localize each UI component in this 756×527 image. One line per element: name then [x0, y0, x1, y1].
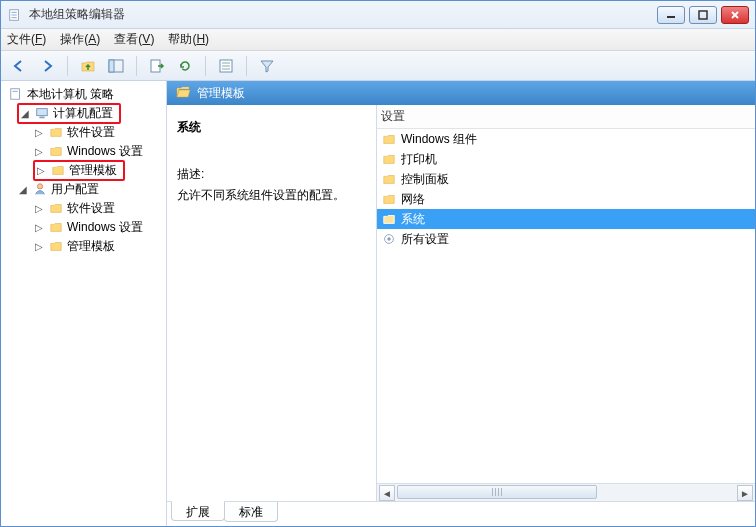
tree-root[interactable]: 本地计算机 策略 — [3, 85, 164, 103]
scroll-right-button[interactable]: ► — [737, 485, 753, 501]
list-item[interactable]: 所有设置 — [377, 229, 755, 249]
expander-icon[interactable]: ▷ — [33, 127, 45, 138]
menu-help[interactable]: 帮助(H) — [168, 31, 209, 48]
menu-file[interactable]: 文件(F) — [7, 31, 46, 48]
expander-icon[interactable]: ◢ — [17, 184, 29, 195]
minimize-button[interactable] — [657, 6, 685, 24]
folder-icon — [48, 238, 64, 254]
tree-computer-config[interactable]: ◢ 计算机配置 — [3, 104, 164, 122]
tree-label: 软件设置 — [67, 200, 115, 217]
content-header: 管理模板 — [167, 81, 755, 105]
svg-point-19 — [37, 184, 42, 189]
tab-standard[interactable]: 标准 — [224, 502, 278, 522]
folder-icon — [381, 211, 397, 227]
folder-icon — [48, 143, 64, 159]
tree-label: 用户配置 — [51, 181, 99, 198]
svg-rect-18 — [39, 117, 44, 119]
folder-icon — [381, 171, 397, 187]
folder-icon — [48, 200, 64, 216]
toolbar-separator — [136, 56, 137, 76]
main-area: 本地计算机 策略 ◢ 计算机配置 ▷ 软件设置 ▷ Windows 设置 ▷ 管… — [1, 81, 755, 526]
app-icon — [7, 7, 23, 23]
list-item[interactable]: 网络 — [377, 189, 755, 209]
toolbar-separator — [246, 56, 247, 76]
list-item[interactable]: Windows 组件 — [377, 129, 755, 149]
folder-open-icon — [175, 84, 191, 103]
desc-body: 允许不同系统组件设置的配置。 — [177, 187, 366, 204]
list-item-label: 控制面板 — [401, 171, 449, 188]
menu-action[interactable]: 操作(A) — [60, 31, 100, 48]
up-button[interactable] — [76, 54, 100, 78]
list-item-label: Windows 组件 — [401, 131, 477, 148]
tree-label: 计算机配置 — [53, 105, 113, 122]
policy-icon — [8, 86, 24, 102]
list-item[interactable]: 打印机 — [377, 149, 755, 169]
tree-label: 软件设置 — [67, 124, 115, 141]
settings-icon — [381, 231, 397, 247]
svg-rect-5 — [699, 11, 707, 19]
show-hide-tree-button[interactable] — [104, 54, 128, 78]
nav-tree: 本地计算机 策略 ◢ 计算机配置 ▷ 软件设置 ▷ Windows 设置 ▷ 管… — [1, 81, 167, 526]
desc-title: 系统 — [177, 119, 366, 136]
forward-button[interactable] — [35, 54, 59, 78]
tree-user-templates[interactable]: ▷ 管理模板 — [3, 237, 164, 255]
tree-user-config[interactable]: ◢ 用户配置 — [3, 180, 164, 198]
maximize-button[interactable] — [689, 6, 717, 24]
folder-icon — [381, 131, 397, 147]
svg-rect-9 — [109, 60, 114, 72]
tree-user-software[interactable]: ▷ 软件设置 — [3, 199, 164, 217]
folder-icon — [381, 151, 397, 167]
svg-rect-17 — [37, 109, 48, 116]
expander-icon[interactable]: ▷ — [33, 222, 45, 233]
tree-label: 管理模板 — [67, 238, 115, 255]
list-item-label: 系统 — [401, 211, 425, 228]
folder-icon — [381, 191, 397, 207]
settings-list-pane: 设置 Windows 组件 打印机 控制面板 — [377, 105, 755, 501]
list-item-selected[interactable]: 系统 — [377, 209, 755, 229]
svg-point-21 — [387, 237, 391, 241]
refresh-button[interactable] — [173, 54, 197, 78]
list-item[interactable]: 控制面板 — [377, 169, 755, 189]
folder-icon — [48, 124, 64, 140]
tree-user-windows[interactable]: ▷ Windows 设置 — [3, 218, 164, 236]
expander-icon[interactable]: ◢ — [19, 108, 31, 119]
window-title: 本地组策略编辑器 — [29, 6, 657, 23]
tree-root-label: 本地计算机 策略 — [27, 86, 114, 103]
tree-comp-windows[interactable]: ▷ Windows 设置 — [3, 142, 164, 160]
tree-comp-templates[interactable]: ▷ 管理模板 — [3, 161, 164, 179]
horizontal-scrollbar[interactable]: ◄ ► — [377, 483, 755, 501]
tree-label: 管理模板 — [69, 162, 117, 179]
user-icon — [32, 181, 48, 197]
menu-view[interactable]: 查看(V) — [114, 31, 154, 48]
content-pane: 管理模板 系统 描述: 允许不同系统组件设置的配置。 设置 Windows 组件 — [167, 81, 755, 526]
filter-button[interactable] — [255, 54, 279, 78]
content-tabs: 扩展 标准 — [167, 502, 755, 526]
expander-icon[interactable]: ▷ — [35, 165, 47, 176]
content-header-title: 管理模板 — [197, 85, 245, 102]
svg-rect-15 — [11, 89, 20, 100]
expander-icon[interactable]: ▷ — [33, 203, 45, 214]
expander-icon[interactable]: ▷ — [33, 146, 45, 157]
toolbar-separator — [205, 56, 206, 76]
export-list-button[interactable] — [145, 54, 169, 78]
scroll-thumb[interactable] — [397, 485, 597, 499]
toolbar — [1, 51, 755, 81]
list-item-label: 所有设置 — [401, 231, 449, 248]
properties-button[interactable] — [214, 54, 238, 78]
list-column-header[interactable]: 设置 — [377, 105, 755, 129]
list-item-label: 打印机 — [401, 151, 437, 168]
expander-icon[interactable]: ▷ — [33, 241, 45, 252]
folder-icon — [50, 162, 66, 178]
tree-comp-software[interactable]: ▷ 软件设置 — [3, 123, 164, 141]
computer-icon — [34, 105, 50, 121]
back-button[interactable] — [7, 54, 31, 78]
toolbar-separator — [67, 56, 68, 76]
tree-label: Windows 设置 — [67, 143, 143, 160]
close-button[interactable] — [721, 6, 749, 24]
scroll-left-button[interactable]: ◄ — [379, 485, 395, 501]
menu-bar: 文件(F) 操作(A) 查看(V) 帮助(H) — [1, 29, 755, 51]
tree-label: Windows 设置 — [67, 219, 143, 236]
tab-extended[interactable]: 扩展 — [171, 501, 225, 521]
folder-icon — [48, 219, 64, 235]
title-bar: 本地组策略编辑器 — [1, 1, 755, 29]
